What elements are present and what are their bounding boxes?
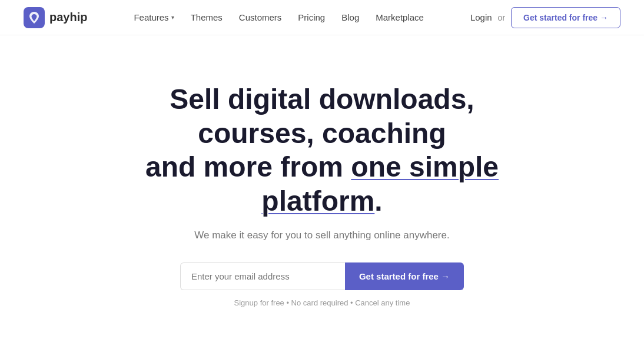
or-text: or [498,13,505,22]
hero-headline-end: . [374,185,382,217]
hero-form: Get started for free → [180,262,464,290]
header-right: Login or Get started for free → [470,7,620,28]
nav-features-label: Features [134,12,168,22]
get-started-header-button[interactable]: Get started for free → [511,7,620,28]
nav-blog[interactable]: Blog [341,12,359,22]
logo-text: payhip [49,11,87,24]
email-input[interactable] [180,262,345,290]
hero-headline: Sell digital downloads, courses, coachin… [110,82,534,218]
nav-features[interactable]: Features ▾ [134,12,174,22]
payhip-logo-icon [24,7,45,28]
get-started-hero-button[interactable]: Get started for free → [345,262,464,290]
hero-headline-part1: Sell digital downloads, courses, coachin… [170,84,474,149]
nav-marketplace[interactable]: Marketplace [376,12,424,22]
nav-themes[interactable]: Themes [191,12,223,22]
nav-pricing[interactable]: Pricing [298,12,325,22]
hero-disclaimer: Signup for free • No card required • Can… [234,298,410,307]
login-link[interactable]: Login [470,12,492,22]
logo-link[interactable]: payhip [24,7,87,28]
main-nav: Features ▾ Themes Customers Pricing Blog… [134,12,424,22]
nav-customers[interactable]: Customers [239,12,282,22]
site-header: payhip Features ▾ Themes Customers Prici… [0,0,644,35]
chevron-down-icon: ▾ [171,14,174,21]
hero-subtext: We make it easy for you to sell anything… [194,230,449,241]
hero-section: Sell digital downloads, courses, coachin… [0,35,644,339]
hero-headline-part2: and more from [145,151,351,182]
